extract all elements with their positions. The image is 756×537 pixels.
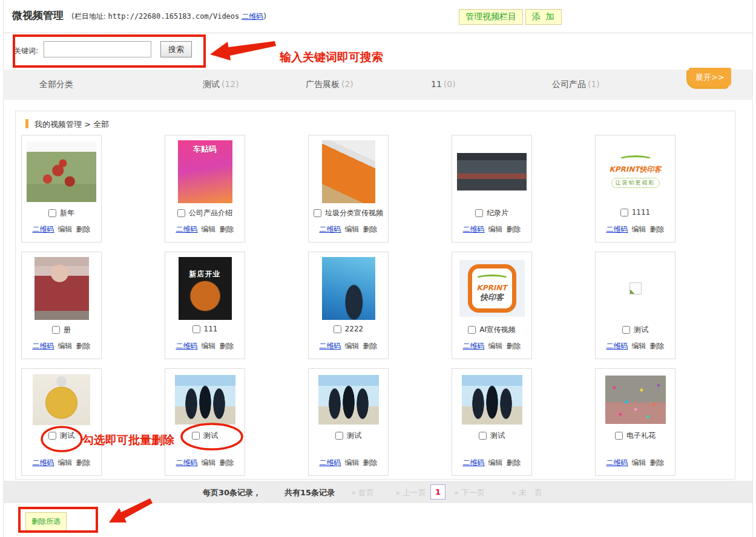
edit-link[interactable]: 编辑 (58, 224, 73, 235)
restaurant-opening-poster-thumbnail[interactable]: 新店开业 (179, 257, 232, 320)
pagination-next[interactable]: » 下一页 (454, 487, 485, 498)
edit-link[interactable]: 编辑 (632, 458, 646, 468)
edit-link[interactable]: 编辑 (202, 458, 216, 468)
delete-link[interactable]: 删除 (220, 341, 234, 351)
video-checkbox[interactable] (468, 326, 476, 334)
toddler-photo-thumbnail[interactable] (35, 257, 89, 320)
group-photo-thumbnail[interactable] (457, 153, 527, 190)
delete-link[interactable]: 删除 (650, 458, 665, 468)
edit-link[interactable]: 编辑 (58, 341, 73, 351)
green-swoosh (619, 155, 652, 164)
qrcode-link[interactable]: 二维码 (606, 458, 628, 468)
pagination-first[interactable]: » 首页 (351, 487, 374, 498)
qrcode-link[interactable]: 二维码 (463, 458, 485, 468)
delete-link[interactable]: 删除 (76, 458, 91, 468)
edit-link[interactable]: 编辑 (202, 224, 216, 235)
edit-link[interactable]: 编辑 (58, 458, 73, 468)
delete-link[interactable]: 删除 (507, 224, 521, 235)
video-checkbox[interactable] (620, 209, 628, 216)
delete-selected-button[interactable]: 删除所选 (25, 512, 67, 531)
delete-link[interactable]: 删除 (507, 458, 521, 468)
video-checkbox[interactable] (48, 432, 56, 440)
category-tab-11[interactable]: 11(0) (431, 79, 456, 89)
category-tab-ad-board[interactable]: 广告展板(2) (306, 79, 353, 90)
video-card: 垃圾分类宣传视频 二维码编辑删除 (308, 135, 389, 242)
qrcode-link[interactable]: 二维码 (320, 458, 341, 468)
qrcode-link[interactable]: 二维码 (463, 341, 485, 351)
video-checkbox[interactable] (192, 325, 200, 333)
edit-link[interactable]: 编辑 (345, 224, 360, 235)
delete-link[interactable]: 删除 (76, 224, 91, 235)
edit-link[interactable]: 编辑 (488, 341, 503, 351)
video-title: 1111 (632, 208, 651, 216)
delete-link[interactable]: 删除 (650, 224, 665, 235)
delete-link[interactable]: 删除 (220, 458, 234, 468)
header-qrcode-link[interactable]: 二维码 (242, 12, 263, 21)
delete-link[interactable]: 删除 (507, 341, 521, 351)
delete-link[interactable]: 删除 (363, 458, 378, 468)
search-button[interactable]: 搜索 (160, 41, 192, 57)
add-button[interactable]: 添 加 (525, 9, 562, 25)
qrcode-link[interactable]: 二维码 (320, 341, 341, 351)
confetti-street-thumbnail[interactable] (605, 376, 666, 424)
video-checkbox[interactable] (52, 326, 60, 334)
video-checkbox[interactable] (314, 209, 321, 217)
video-checkbox[interactable] (475, 209, 483, 217)
blue-training-poster-thumbnail[interactable] (322, 257, 375, 320)
edit-link[interactable]: 编辑 (488, 224, 503, 235)
edit-link[interactable]: 编辑 (345, 458, 360, 468)
edit-link[interactable]: 编辑 (488, 458, 503, 468)
kprint-logo-thumbnail[interactable]: KPRINT快印客让营销更精彩 (600, 148, 670, 195)
video-checkbox[interactable] (615, 432, 623, 440)
video-checkbox[interactable] (335, 432, 343, 440)
video-checkbox[interactable] (177, 209, 185, 217)
qrcode-link[interactable]: 二维码 (33, 224, 54, 235)
category-tab-all[interactable]: 全部分类 (39, 79, 75, 90)
broken-image-icon[interactable] (629, 282, 642, 295)
video-title: 测试 (347, 431, 361, 441)
qrcode-link[interactable]: 二维码 (176, 341, 198, 351)
edit-link[interactable]: 编辑 (345, 341, 360, 351)
edit-link[interactable]: 编辑 (202, 341, 216, 351)
qrcode-link[interactable]: 二维码 (606, 224, 628, 235)
penguins-photo-thumbnail[interactable] (175, 375, 235, 425)
keyword-input[interactable] (44, 41, 151, 57)
kprint-app-icon-thumbnail[interactable]: KPRINT快印客 (459, 260, 525, 317)
qrcode-link[interactable]: 二维码 (320, 224, 341, 235)
qrcode-link[interactable]: 二维码 (463, 224, 485, 235)
edit-link[interactable]: 编辑 (632, 224, 646, 235)
qrcode-link[interactable]: 二维码 (33, 341, 54, 351)
video-checkbox[interactable] (334, 325, 341, 333)
delete-link[interactable]: 删除 (76, 341, 91, 351)
category-tab-company-product[interactable]: 公司产品(1) (552, 79, 600, 90)
qrcode-link[interactable]: 二维码 (176, 458, 198, 468)
gold-pig-pendant-thumbnail[interactable] (33, 374, 90, 425)
qrcode-link[interactable]: 二维码 (606, 341, 628, 351)
video-checkbox[interactable] (479, 432, 487, 440)
delete-link[interactable]: 删除 (363, 341, 378, 351)
pagination-current-page[interactable]: 1 (430, 484, 445, 500)
delete-link[interactable]: 删除 (220, 224, 234, 235)
penguins-photo-thumbnail[interactable] (462, 375, 522, 425)
pagination-prev[interactable]: » 上一页 (395, 487, 426, 498)
red-berries-thumbnail[interactable] (27, 142, 96, 202)
expand-button[interactable]: 展开>> (689, 68, 731, 86)
video-checkbox[interactable] (48, 209, 56, 217)
qrcode-link[interactable]: 二维码 (33, 458, 54, 468)
logo-text: KPRINT快印客 (609, 164, 661, 175)
pagination-last[interactable]: » 末 页 (511, 487, 542, 498)
category-name: 广告展板 (306, 79, 340, 89)
delete-link[interactable]: 删除 (650, 341, 665, 351)
video-checkbox[interactable] (622, 326, 630, 334)
edit-link[interactable]: 编辑 (632, 341, 646, 351)
category-tab-test[interactable]: 测试(12) (203, 79, 239, 90)
video-title: AI宣传视频 (479, 325, 516, 335)
garbage-sorting-brochure-thumbnail[interactable] (322, 140, 375, 203)
qrcode-link[interactable]: 二维码 (176, 224, 198, 235)
penguins-photo-thumbnail[interactable] (318, 375, 379, 425)
manage-video-column-button[interactable]: 管理视频栏目 (459, 9, 523, 25)
delete-link[interactable]: 删除 (363, 224, 378, 235)
car-sticker-poster-thumbnail[interactable]: 车贴码 (178, 140, 232, 203)
breadcrumb: 我的视频管理 > 全部 (16, 111, 735, 130)
video-checkbox[interactable] (192, 432, 200, 440)
